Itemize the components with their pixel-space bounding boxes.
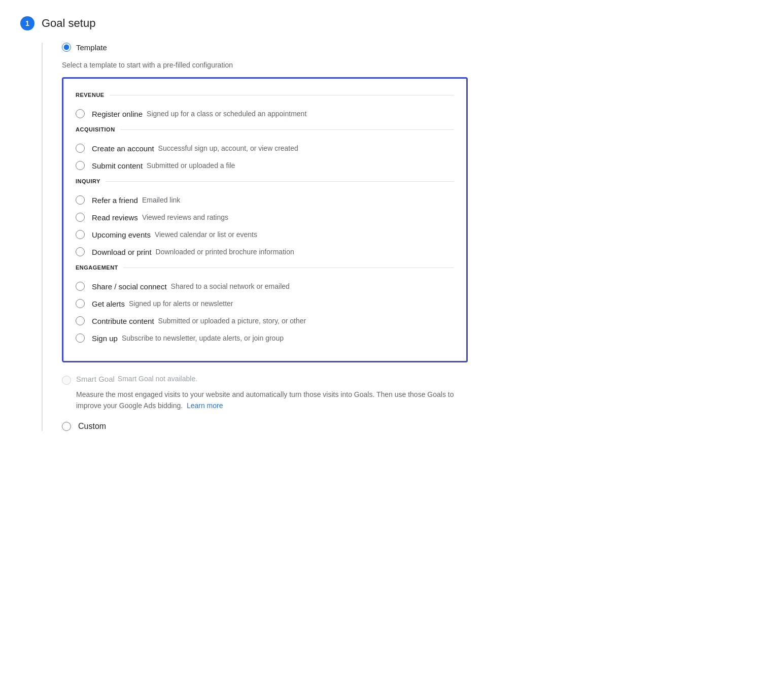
option-radio-2[interactable] (76, 230, 85, 239)
option-row-download-or-print[interactable]: Download or printDownloaded or printed b… (76, 243, 454, 260)
option-row-register-online[interactable]: Register onlineSigned up for a class or … (76, 105, 454, 122)
option-desc: Viewed calendar or list or events (155, 230, 257, 239)
option-row-share--social-connect[interactable]: Share / social connectShared to a social… (76, 278, 454, 295)
option-desc: Signed up for alerts or newsletter (129, 299, 233, 308)
custom-label: Custom (78, 422, 106, 431)
option-desc: Signed up for a class or scheduled an ap… (147, 110, 306, 118)
option-name: Create an account (92, 144, 154, 153)
category-section-revenue: REVENUERegister onlineSigned up for a cl… (76, 92, 454, 122)
option-radio-0[interactable] (76, 144, 85, 153)
smart-goal-section: Smart Goal Smart Goal not available. Mea… (62, 375, 468, 412)
template-radio[interactable] (62, 43, 71, 52)
smart-goal-radio[interactable] (62, 376, 71, 385)
template-option-row[interactable]: Template (62, 43, 468, 52)
category-label-acquisition: ACQUISITION (76, 126, 454, 132)
option-row-contribute-content[interactable]: Contribute contentSubmitted or uploaded … (76, 312, 454, 329)
option-row-sign-up[interactable]: Sign upSubscribe to newsletter, update a… (76, 329, 454, 347)
option-desc: Submitted or uploaded a file (147, 161, 235, 170)
option-name: Register online (92, 110, 143, 118)
custom-option-row[interactable]: Custom (62, 422, 468, 431)
option-row-refer-a-friend[interactable]: Refer a friendEmailed link (76, 191, 454, 209)
option-desc: Shared to a social network or emailed (171, 282, 290, 290)
option-name: Download or print (92, 248, 152, 256)
smart-goal-unavailable: Smart Goal not available. (118, 375, 197, 383)
option-name: Refer a friend (92, 196, 138, 205)
step-badge: 1 (20, 16, 34, 30)
categories-container: REVENUERegister onlineSigned up for a cl… (76, 92, 454, 347)
option-desc: Submitted or uploaded a picture, story, … (158, 317, 306, 325)
option-name: Read reviews (92, 213, 138, 222)
content-area: Template Select a template to start with… (42, 43, 741, 431)
left-border (42, 43, 43, 431)
option-desc: Downloaded or printed brochure informati… (156, 248, 294, 256)
template-description: Select a template to start with a pre-fi… (62, 61, 468, 69)
smart-goal-label: Smart Goal (76, 375, 115, 383)
option-desc: Subscribe to newsletter, update alerts, … (122, 334, 284, 342)
step-header: 1 Goal setup (20, 16, 741, 30)
step-title: Goal setup (42, 17, 95, 30)
category-label-inquiry: INQUIRY (76, 178, 454, 184)
option-name: Upcoming events (92, 230, 151, 239)
option-radio-1[interactable] (76, 161, 85, 170)
category-section-inquiry: INQUIRYRefer a friendEmailed linkRead re… (76, 178, 454, 260)
option-name: Sign up (92, 334, 118, 343)
option-radio-3[interactable] (76, 334, 85, 343)
option-row-submit-content[interactable]: Submit contentSubmitted or uploaded a fi… (76, 157, 454, 174)
option-radio-1[interactable] (76, 213, 85, 222)
option-row-create-an-account[interactable]: Create an accountSuccessful sign up, acc… (76, 140, 454, 157)
option-radio-2[interactable] (76, 316, 85, 325)
option-row-get-alerts[interactable]: Get alertsSigned up for alerts or newsle… (76, 295, 454, 312)
option-radio-3[interactable] (76, 247, 85, 256)
category-section-acquisition: ACQUISITIONCreate an accountSuccessful s… (76, 126, 454, 174)
option-desc: Emailed link (142, 196, 180, 204)
option-name: Contribute content (92, 317, 154, 325)
option-radio-0[interactable] (76, 195, 85, 205)
option-desc: Successful sign up, account, or view cre… (158, 144, 298, 152)
option-row-upcoming-events[interactable]: Upcoming eventsViewed calendar or list o… (76, 226, 454, 243)
category-label-revenue: REVENUE (76, 92, 454, 98)
learn-more-link[interactable]: Learn more (187, 402, 223, 410)
option-radio-0[interactable] (76, 109, 85, 118)
template-radio-label: Template (76, 43, 107, 52)
main-content: Template Select a template to start with… (62, 43, 468, 431)
smart-goal-row: Smart Goal Smart Goal not available. (62, 375, 468, 385)
template-box: REVENUERegister onlineSigned up for a cl… (62, 77, 468, 362)
option-desc: Viewed reviews and ratings (142, 213, 228, 221)
category-section-engagement: ENGAGEMENTShare / social connectShared t… (76, 264, 454, 347)
custom-radio[interactable] (62, 422, 71, 431)
category-label-engagement: ENGAGEMENT (76, 264, 454, 271)
option-row-read-reviews[interactable]: Read reviewsViewed reviews and ratings (76, 209, 454, 226)
option-name: Share / social connect (92, 282, 167, 291)
option-name: Submit content (92, 161, 143, 170)
smart-goal-description: Measure the most engaged visits to your … (76, 389, 468, 412)
option-radio-1[interactable] (76, 299, 85, 308)
option-radio-0[interactable] (76, 282, 85, 291)
option-name: Get alerts (92, 299, 125, 308)
